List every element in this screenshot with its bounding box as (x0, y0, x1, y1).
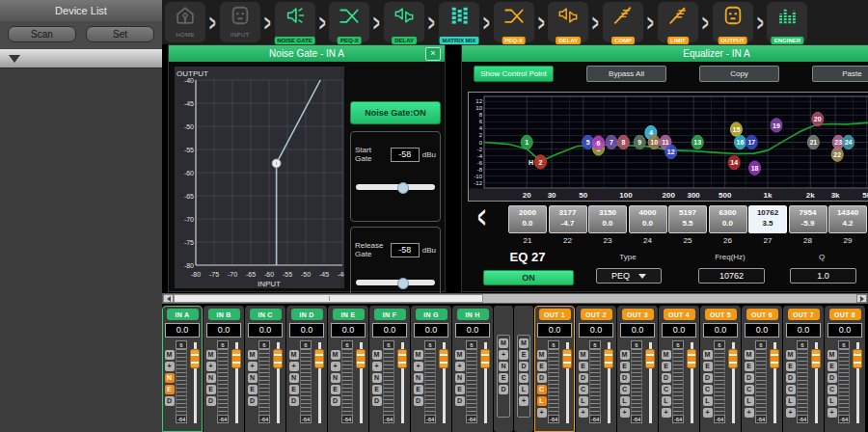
strip-button-plus[interactable]: + (455, 362, 465, 371)
strip-button-m[interactable]: M (206, 350, 216, 360)
fader-handle[interactable] (562, 349, 572, 368)
group-button-plus[interactable]: + (519, 396, 529, 406)
strip-button-l[interactable]: L (827, 396, 837, 406)
group-button-plus[interactable]: + (499, 350, 508, 360)
strip-out-5[interactable]: OUT 50.0MEDCL+6-64 (700, 306, 741, 432)
strip-in-b[interactable]: IN B0.0M+NED6-64 (203, 306, 244, 432)
toolbar-item-input[interactable]: INPUT (220, 2, 260, 42)
group-button-l[interactable]: L (519, 385, 529, 394)
strip-out-7[interactable]: OUT 70.0MEDCL+6-64 (783, 306, 824, 432)
group-button-d[interactable]: D (499, 385, 508, 394)
strip-button-c[interactable]: C (662, 385, 671, 394)
mixer-scrollbar[interactable] (162, 293, 868, 304)
strip-button-e[interactable]: E (289, 385, 299, 394)
fader[interactable] (479, 340, 491, 425)
eq-band-cell-23[interactable]: 31500.0 (588, 205, 627, 233)
fader[interactable] (727, 340, 739, 425)
strip-out-3[interactable]: OUT 30.0MEDCL+6-64 (617, 306, 658, 432)
toolbar-item-peq-x[interactable]: PEQ-X (494, 2, 534, 42)
fader-handle[interactable] (853, 349, 862, 368)
strip-button-plus[interactable]: + (331, 362, 340, 371)
strip-out-2[interactable]: OUT 20.0MEDCL+6-64 (576, 306, 616, 432)
type-dropdown[interactable]: PEQ (596, 268, 662, 284)
channel-value[interactable]: 0.0 (372, 323, 407, 338)
channel-label[interactable]: IN H (457, 309, 489, 320)
strip-button-c[interactable]: C (786, 385, 796, 394)
strip-button-plus[interactable]: + (165, 362, 175, 371)
eq-band-cell-22[interactable]: 3177-4.7 (549, 205, 587, 233)
eq-on-button[interactable]: ON (483, 270, 574, 285)
fader[interactable] (313, 340, 325, 425)
strip-button-m[interactable]: M (620, 350, 630, 360)
strip-button-n[interactable]: N (289, 373, 299, 383)
fader-handle[interactable] (645, 349, 655, 368)
channel-label[interactable]: IN B (208, 309, 240, 320)
fader-handle[interactable] (273, 349, 283, 368)
strip-button-c[interactable]: C (827, 385, 837, 394)
channel-value[interactable]: 0.0 (414, 323, 448, 338)
group-button-c[interactable]: C (519, 373, 529, 383)
fader[interactable] (603, 340, 614, 425)
group-button-m[interactable]: M (519, 338, 529, 348)
strip-button-e[interactable]: E (827, 362, 837, 371)
strip-button-d[interactable]: D (662, 373, 671, 383)
toolbar-item-noise-gate[interactable]: NOISE GATE (275, 2, 315, 42)
strip-in-c[interactable]: IN C0.0M+NED6-64 (245, 306, 285, 432)
strip-button-e[interactable]: E (579, 362, 588, 371)
channel-label[interactable]: OUT 3 (622, 309, 654, 320)
toolbar-item-delay[interactable]: DELAY (384, 2, 424, 42)
fader[interactable] (272, 340, 284, 425)
eq-band-cell-29[interactable]: 143404.2 (828, 205, 867, 233)
strip-out-8[interactable]: OUT 80.0MEDCL+6-64 (825, 306, 865, 432)
channel-label[interactable]: OUT 2 (581, 309, 612, 320)
strip-button-m[interactable]: M (289, 350, 299, 360)
noise-gate-on-button[interactable]: Noise Gate:ON (350, 101, 441, 124)
strip-button-m[interactable]: M (372, 350, 382, 360)
eq-band-cell-25[interactable]: 51975.5 (668, 205, 707, 233)
strip-button-l[interactable]: L (786, 396, 796, 406)
fader[interactable] (561, 340, 573, 425)
strip-button-d[interactable]: D (745, 373, 754, 383)
eq-band-cell-27[interactable]: 107623.5 (748, 205, 787, 233)
channel-value[interactable]: 0.0 (827, 323, 862, 338)
group-button-m[interactable]: M (499, 338, 508, 348)
toolbar-item-delay[interactable]: DELAY (548, 2, 588, 42)
fader-handle[interactable] (604, 349, 613, 368)
channel-value[interactable]: 0.0 (745, 323, 779, 338)
strip-button-e[interactable]: E (455, 385, 465, 394)
strip-button-l[interactable]: L (620, 396, 630, 406)
strip-button-plus[interactable]: + (372, 362, 382, 371)
strip-in-h[interactable]: IN H0.0M+NED6-64 (452, 306, 493, 432)
channel-label[interactable]: OUT 7 (788, 309, 820, 320)
strip-button-plus[interactable]: + (620, 408, 630, 418)
channel-label[interactable]: IN C (250, 309, 282, 320)
toolbar-item-peq-x[interactable]: PEQ-X (329, 2, 369, 42)
toolbar-item-matrix-mix[interactable]: MATRIX MIX (439, 2, 479, 42)
strip-button-d[interactable]: D (703, 373, 713, 383)
channel-value[interactable]: 0.0 (289, 323, 324, 338)
eq-toolbar-button-bypass-all[interactable]: Bypass All (586, 66, 666, 82)
channel-value[interactable]: 0.0 (165, 323, 200, 338)
strip-button-n[interactable]: N (414, 373, 423, 383)
channel-label[interactable]: IN E (333, 309, 365, 320)
strip-in-e[interactable]: IN E0.0M+NED6-64 (328, 306, 368, 432)
slider-thumb[interactable] (397, 182, 409, 194)
strip-button-e[interactable]: E (331, 385, 340, 394)
fader-handle[interactable] (439, 349, 448, 368)
gate-param-slider[interactable] (356, 184, 435, 190)
fader-handle[interactable] (231, 349, 241, 368)
fader-handle[interactable] (190, 349, 200, 368)
strip-button-plus[interactable]: + (745, 408, 754, 418)
strip-button-m[interactable]: M (786, 350, 796, 360)
strip-button-d[interactable]: D (455, 396, 465, 406)
fader-handle[interactable] (356, 349, 366, 368)
channel-label[interactable]: IN D (291, 309, 323, 320)
strip-button-c[interactable]: C (537, 385, 547, 394)
strip-button-e[interactable]: E (786, 362, 796, 371)
fader[interactable] (189, 340, 201, 425)
channel-value[interactable]: 0.0 (537, 323, 572, 338)
gate-param-slider[interactable] (356, 280, 435, 285)
scroll-right-icon[interactable] (856, 294, 867, 303)
strip-button-d[interactable]: D (579, 373, 588, 383)
strip-button-m[interactable]: M (165, 350, 175, 360)
